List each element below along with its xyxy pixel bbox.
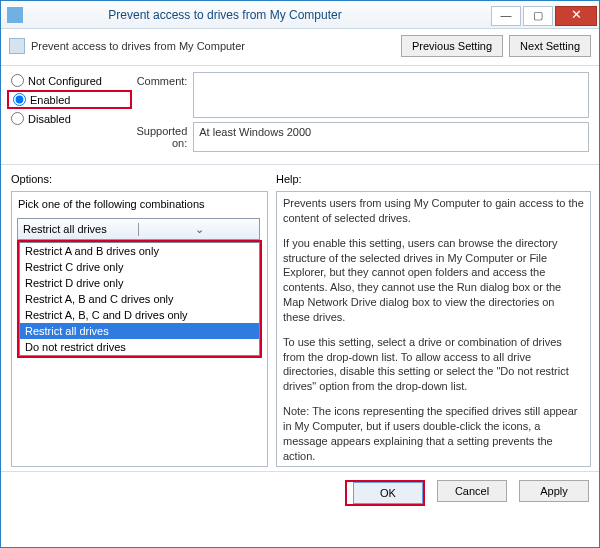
help-paragraph: To use this setting, select a drive or c…	[283, 335, 584, 394]
policy-title: Prevent access to drives from My Compute…	[31, 40, 395, 52]
next-setting-button[interactable]: Next Setting	[509, 35, 591, 57]
dropdown-item[interactable]: Restrict D drive only	[20, 275, 259, 291]
titlebar[interactable]: Prevent access to drives from My Compute…	[1, 1, 599, 29]
comment-textarea[interactable]	[193, 72, 589, 118]
config-area: Not Configured Enabled Disabled Comment:…	[1, 66, 599, 160]
separator	[1, 164, 599, 165]
chevron-down-icon: ⌄	[138, 223, 259, 236]
help-paragraph: Note: The icons representing the specifi…	[283, 404, 584, 463]
options-panel: Pick one of the following combinations R…	[11, 191, 268, 467]
apply-button[interactable]: Apply	[519, 480, 589, 502]
highlight-dropdown: Restrict A and B drives onlyRestrict C d…	[17, 240, 262, 358]
toolbar: Prevent access to drives from My Compute…	[1, 29, 599, 66]
supported-label: Supported on:	[126, 122, 193, 152]
highlight-enabled: Enabled	[7, 90, 132, 109]
combo-selected-text: Restrict all drives	[18, 223, 138, 235]
window-title: Prevent access to drives from My Compute…	[0, 8, 491, 22]
policy-icon	[9, 38, 25, 54]
supported-on-box: At least Windows 2000	[193, 122, 589, 152]
dropdown-list[interactable]: Restrict A and B drives onlyRestrict C d…	[19, 242, 260, 356]
maximize-button[interactable]: ▢	[523, 6, 553, 26]
radio-label: Not Configured	[28, 75, 102, 87]
dropdown-item[interactable]: Restrict all drives	[20, 323, 259, 339]
radio-disabled-input[interactable]	[11, 112, 24, 125]
drive-combo[interactable]: Restrict all drives ⌄	[17, 218, 260, 240]
help-panel[interactable]: Prevents users from using My Computer to…	[276, 191, 591, 467]
policy-dialog: Prevent access to drives from My Compute…	[0, 0, 600, 548]
help-paragraph: Prevents users from using My Computer to…	[283, 196, 584, 226]
cancel-button[interactable]: Cancel	[437, 480, 507, 502]
close-button[interactable]: ✕	[555, 6, 597, 26]
radio-enabled[interactable]: Enabled	[13, 93, 126, 106]
help-paragraph: If you enable this setting, users can br…	[283, 236, 584, 325]
minimize-button[interactable]: —	[491, 6, 521, 26]
dropdown-item[interactable]: Do not restrict drives	[20, 339, 259, 355]
dropdown-item[interactable]: Restrict A, B and C drives only	[20, 291, 259, 307]
supported-on-text: At least Windows 2000	[199, 126, 311, 138]
dropdown-item[interactable]: Restrict A and B drives only	[20, 243, 259, 259]
radio-not-configured[interactable]: Not Configured	[11, 74, 126, 87]
radio-label: Enabled	[30, 94, 70, 106]
comment-label: Comment:	[126, 72, 193, 118]
dropdown-item[interactable]: Restrict C drive only	[20, 259, 259, 275]
options-label: Options:	[11, 173, 276, 185]
footer: OK Cancel Apply	[1, 471, 599, 516]
radio-enabled-input[interactable]	[13, 93, 26, 106]
help-label: Help:	[276, 173, 589, 185]
radio-disabled[interactable]: Disabled	[11, 112, 126, 125]
previous-setting-button[interactable]: Previous Setting	[401, 35, 503, 57]
radio-not-configured-input[interactable]	[11, 74, 24, 87]
ok-button[interactable]: OK	[353, 482, 423, 504]
highlight-ok: OK	[345, 480, 425, 506]
pick-label: Pick one of the following combinations	[18, 198, 261, 210]
radio-label: Disabled	[28, 113, 71, 125]
dropdown-item[interactable]: Restrict A, B, C and D drives only	[20, 307, 259, 323]
